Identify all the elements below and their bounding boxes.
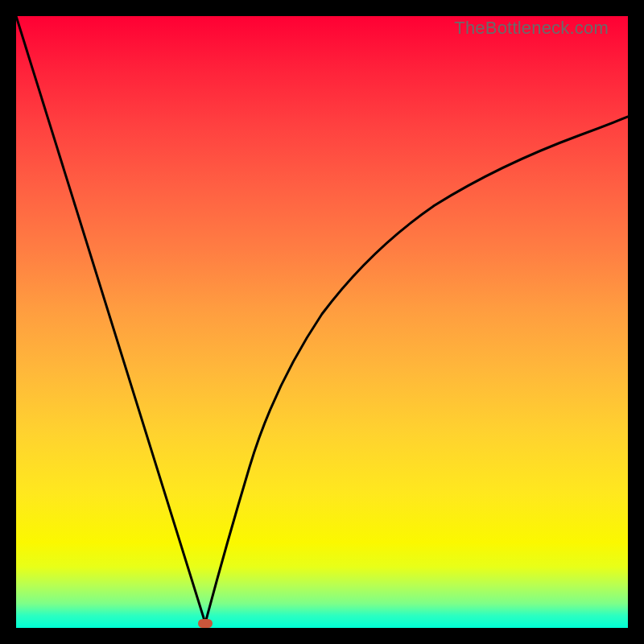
minimum-marker: [198, 619, 213, 628]
curve-ascending: [205, 117, 628, 623]
bottleneck-curve: [16, 16, 628, 628]
chart-frame: TheBottleneck.com: [16, 16, 628, 628]
curve-descending: [16, 16, 205, 623]
watermark-text: TheBottleneck.com: [454, 18, 609, 39]
